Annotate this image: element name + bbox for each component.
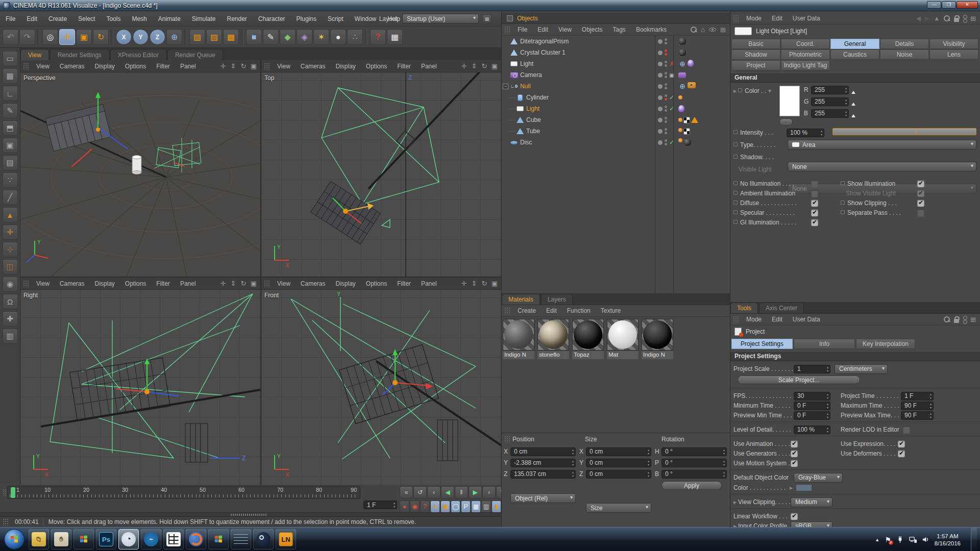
maximize-view-icon[interactable]: ▣ (490, 280, 499, 287)
vp-menu-display[interactable]: Display (330, 280, 360, 287)
tab-render-queue[interactable]: Render Queue (167, 49, 223, 60)
materials-menu-function[interactable]: Function (562, 307, 596, 314)
vp-menu-filter[interactable]: Filter (151, 280, 175, 287)
start-button[interactable] (4, 529, 24, 549)
viewport-top[interactable]: View Cameras Display Options Filter Pane… (261, 60, 501, 277)
use-expression-checkbox[interactable]: ✔ (898, 440, 905, 447)
viewport-perspective-canvas[interactable]: Y (20, 72, 260, 277)
vp-menu-panel[interactable]: Panel (416, 280, 442, 287)
taskbar-notepad-icon[interactable] (231, 529, 251, 549)
layout-dropdown[interactable]: Startup (User) (402, 14, 479, 23)
texture-tag-icon[interactable] (678, 37, 687, 45)
intensity-field[interactable]: 100 % (787, 129, 824, 137)
objects-menu-file[interactable]: File (512, 26, 532, 33)
tab-shadow[interactable]: Shadow (731, 49, 780, 60)
power-icon[interactable] (896, 536, 904, 543)
taskbar-windows-search-icon[interactable] (208, 529, 229, 549)
panel-grip[interactable] (504, 307, 510, 314)
tab-info[interactable]: Info (794, 339, 855, 349)
project-scale-field[interactable]: 1 (794, 365, 830, 373)
rotate-view-icon[interactable]: ↻ (239, 280, 248, 287)
coordinate-system-icon[interactable]: ⊕ (166, 29, 182, 45)
tab-layers[interactable]: Layers (541, 294, 573, 305)
tree-row-camera[interactable]: Camera ▣ (502, 69, 730, 81)
render-view-icon[interactable]: ▧ (189, 29, 205, 45)
timeline-options-button[interactable]: ▮ (492, 500, 501, 513)
light-color-swatch[interactable] (734, 27, 752, 35)
calculator-icon[interactable]: ▦ (387, 29, 403, 45)
horizontal-scrollbar[interactable] (0, 512, 501, 516)
vp-menu-filter[interactable]: Filter (392, 63, 416, 70)
vp-menu-view[interactable]: View (31, 280, 55, 287)
size-x-field[interactable]: 0 cm (586, 447, 651, 456)
previous-frame-button[interactable]: ‹ (427, 486, 440, 498)
show-desktop-button[interactable] (971, 528, 977, 551)
play-forwards-button[interactable]: ▶ (469, 486, 482, 498)
default-object-color-dropdown[interactable]: Gray-Blue (794, 473, 843, 483)
add-primitive-icon[interactable]: ■ (246, 29, 262, 45)
scale-project-button[interactable]: Scale Project... (738, 375, 860, 384)
vp-menu-cameras[interactable]: Cameras (296, 63, 331, 70)
linear-workflow-checkbox[interactable]: ✔ (791, 513, 798, 520)
add-view-icon[interactable]: ⊞ (720, 26, 726, 34)
specular-checkbox[interactable]: ✔ (811, 209, 818, 216)
tree-row-cube[interactable]: Cube (502, 114, 730, 126)
play-backwards-button[interactable]: ◀ (441, 486, 454, 498)
protection-mark[interactable]: ▣ (669, 72, 674, 78)
material-tag-icon[interactable] (678, 138, 682, 142)
record-rotation-toggle[interactable]: ◯ (451, 500, 460, 513)
type-dropdown[interactable]: Area (788, 140, 976, 149)
use-animation-checkbox[interactable]: ✔ (791, 440, 798, 447)
home-icon[interactable]: ⌂ (701, 26, 705, 34)
record-position-toggle[interactable]: ✛ (430, 500, 440, 513)
level-of-detail-field[interactable]: 100 % (794, 425, 830, 434)
menu-file[interactable]: File (0, 11, 21, 26)
target-tag-icon[interactable]: ⊕ (678, 60, 687, 68)
taskbar-openoffice-icon[interactable]: ~ (141, 529, 161, 549)
autokeying-button[interactable]: ◉ (410, 500, 420, 513)
material-tag-icon[interactable] (678, 95, 682, 99)
taskbar-windows-app-icon[interactable] (74, 529, 94, 549)
history-icon[interactable] (963, 15, 966, 22)
viewport-perspective[interactable]: View Cameras Display Options Filter Pane… (20, 60, 260, 277)
view-clipping-dropdown[interactable]: Medium (791, 497, 832, 507)
fps-field[interactable]: 30 (794, 392, 830, 400)
tree-row-cylinder[interactable]: Cylinder ✓ (502, 92, 730, 103)
vp-menu-view[interactable]: View (272, 63, 296, 70)
material-item[interactable]: Topaz (572, 319, 605, 433)
taskbar-hand-app-icon[interactable]: ✋︎ (51, 529, 71, 549)
parent-object-icon[interactable]: ▲ (934, 15, 940, 22)
separate-pass-checkbox[interactable]: ✔ (917, 209, 924, 216)
material-item[interactable]: Indigo N (642, 319, 674, 433)
add-deformer-icon[interactable]: ◈ (297, 29, 312, 45)
use-generators-checkbox[interactable]: ✔ (791, 450, 798, 457)
preview-max-time-field[interactable]: 90 F (901, 411, 934, 420)
vp-menu-view[interactable]: View (272, 280, 296, 287)
enabled-mark[interactable]: ✓ (669, 94, 674, 101)
gi-illumination-checkbox[interactable]: ✔ (811, 219, 818, 226)
preview-min-time-field[interactable]: 0 F (794, 411, 830, 420)
tab-details[interactable]: Details (880, 39, 929, 49)
lock-icon[interactable] (954, 18, 959, 22)
rotate-view-icon[interactable]: ↻ (480, 280, 489, 287)
dolly-view-icon[interactable]: ⇕ (470, 280, 479, 287)
lock-z-axis-icon[interactable]: Z (150, 29, 165, 45)
materials-menu-texture[interactable]: Texture (596, 307, 626, 314)
workplane-icon[interactable]: ◫ (3, 259, 18, 274)
color-swatch[interactable] (779, 86, 800, 116)
menu-simulate[interactable]: Simulate (186, 11, 222, 26)
magnet-icon[interactable]: Ω (3, 294, 18, 309)
camera-tag-icon[interactable] (678, 72, 686, 78)
current-frame-field[interactable]: 1 F (363, 500, 397, 509)
edge-mode-icon[interactable]: ╱ (3, 190, 18, 205)
use-motion-system-checkbox[interactable]: ✔ (791, 460, 798, 467)
tab-project-settings[interactable]: Project Settings (731, 339, 793, 349)
tab-coord[interactable]: Coord. (781, 39, 830, 49)
objects-menu-edit[interactable]: Edit (532, 26, 553, 33)
panel-grip[interactable] (23, 280, 29, 287)
vp-menu-options[interactable]: Options (120, 280, 151, 287)
maximize-view-icon[interactable]: ▣ (490, 62, 499, 70)
use-deformers-checkbox[interactable]: ✔ (898, 450, 905, 457)
add-light-icon[interactable]: ● (330, 29, 346, 45)
menu-render[interactable]: Render (222, 11, 253, 26)
